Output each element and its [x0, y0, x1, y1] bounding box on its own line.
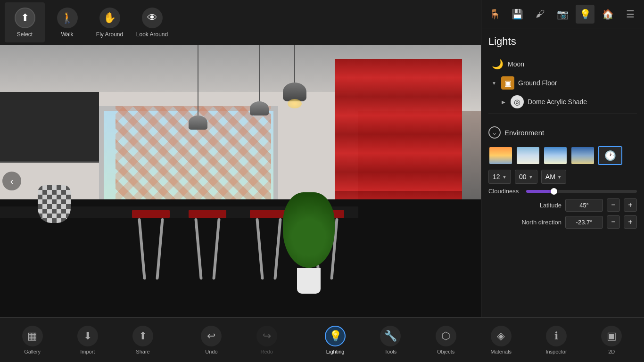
pendant-shade-1 [283, 82, 306, 101]
gallery-label: Gallery [24, 349, 41, 354]
custom-preview: 🕐 [599, 147, 621, 164]
bottom-objects-btn[interactable]: ⬡ Objects [425, 320, 467, 360]
minute-chevron: ▼ [528, 174, 533, 180]
bottom-2d-btn[interactable]: ▣ 2D [590, 320, 633, 360]
minute-select[interactable]: 00153045 [519, 173, 527, 181]
tool-look-around-label: Look Around [136, 31, 168, 38]
panel-furniture-btn[interactable]: 🪑 [486, 5, 504, 24]
inspector-label: Inspector [545, 349, 567, 354]
tool-walk[interactable]: 🚶 Walk [47, 2, 87, 42]
toolbar-divider-2 [301, 326, 301, 354]
stool-seat-3 [250, 210, 288, 218]
hour-select-wrapper[interactable]: 12123 4567 ▼ [488, 170, 511, 184]
light-item-ground-floor[interactable]: ▼ ▣ Ground Floor [488, 74, 637, 92]
panel-save-btn[interactable]: 💾 [508, 5, 527, 24]
latitude-row: Latitude 45° − + [488, 198, 637, 212]
time-controls: 12123 4567 ▼ 00153045 ▼ AMPM ▼ [488, 170, 637, 184]
morning-preview [517, 147, 539, 164]
time-preset-dawn[interactable] [488, 146, 513, 165]
cloudiness-slider[interactable] [526, 190, 637, 193]
stool-1 [132, 210, 170, 280]
minute-select-wrapper[interactable]: 00153045 ▼ [515, 170, 537, 184]
bottom-undo-btn[interactable]: ↩ Undo [190, 320, 232, 360]
pendant-wire-1 [294, 45, 295, 82]
noon-preview [544, 147, 567, 164]
objects-icon: ⬡ [436, 326, 456, 346]
bottom-tools-btn[interactable]: 🔧 Tools [369, 320, 412, 360]
redo-icon: ↪ [256, 326, 277, 346]
plant-right [283, 202, 335, 294]
north-direction-increase-btn[interactable]: + [624, 215, 637, 229]
light-item-moon[interactable]: 🌙 Moon [488, 55, 637, 74]
north-direction-value[interactable]: -23.7° [565, 216, 603, 229]
panel-paint-btn[interactable]: 🖌 [531, 5, 550, 24]
cloudiness-thumb[interactable] [551, 188, 557, 195]
kitchen-scene: ‹ [0, 45, 481, 317]
undo-label: Undo [205, 349, 217, 354]
tool-select[interactable]: ⬆ Select [5, 2, 45, 42]
panel-home-btn[interactable]: 🏠 [598, 5, 617, 24]
gallery-icon: ▦ [22, 326, 43, 346]
tool-walk-label: Walk [61, 31, 73, 38]
top-toolbar: ⬆ Select 🚶 Walk ✋ Fly Around 👁 Look Arou… [0, 0, 481, 45]
latitude-increase-btn[interactable]: + [624, 198, 637, 212]
ampm-select-wrapper[interactable]: AMPM ▼ [541, 170, 566, 184]
import-icon: ⬇ [77, 326, 98, 346]
latitude-value[interactable]: 45° [565, 199, 603, 212]
pendant-2 [189, 45, 207, 130]
viewport: ‹ [0, 45, 481, 317]
time-preset-noon[interactable] [543, 146, 568, 165]
scene-upper-cabinet [0, 92, 99, 163]
toolbar-divider-1 [177, 326, 177, 354]
moon-label: Moon [508, 60, 524, 68]
right-panel: 🪑 💾 🖌 📷 💡 🏠 ☰ Lights 🌙 Moon ▼ ▣ Ground F… [481, 0, 644, 317]
tool-fly-around[interactable]: ✋ Fly Around [90, 2, 130, 42]
moon-icon: 🌙 [491, 58, 504, 71]
panel-camera-btn[interactable]: 📷 [553, 5, 572, 24]
bottom-lighting-btn[interactable]: 💡 Lighting [314, 320, 356, 360]
pendant-shade-3 [250, 101, 269, 115]
cloudiness-label: Cloudiness [488, 188, 526, 195]
tool-look-around[interactable]: 👁 Look Around [132, 2, 172, 42]
environment-header[interactable]: ⌄ Environment [488, 123, 637, 141]
time-presets: 🕐 [488, 146, 637, 165]
2d-icon: ▣ [601, 326, 622, 346]
ground-floor-label: Ground Floor [518, 79, 557, 87]
tree-arrow-ground-floor: ▼ [491, 80, 497, 86]
bottom-inspector-btn[interactable]: ℹ Inspector [535, 320, 578, 360]
latitude-decrease-btn[interactable]: − [607, 198, 620, 212]
stool-3 [250, 210, 288, 280]
bottom-materials-btn[interactable]: ◈ Materials [480, 320, 522, 360]
ampm-select[interactable]: AMPM [545, 173, 555, 181]
pendant-light-1 [288, 99, 302, 108]
afternoon-preview [571, 147, 594, 164]
dome-icon: ◎ [511, 95, 524, 108]
walk-icon: 🚶 [57, 8, 78, 28]
time-preset-custom[interactable]: 🕐 [598, 146, 622, 165]
bottom-import-btn[interactable]: ⬇ Import [66, 320, 109, 360]
time-preset-afternoon[interactable] [570, 146, 595, 165]
pendant-1 [283, 45, 306, 108]
bottom-toolbar: ▦ Gallery ⬇ Import ⬆ Share ↩ Undo ↪ Redo… [0, 317, 644, 362]
north-direction-decrease-btn[interactable]: − [607, 215, 620, 229]
time-preset-morning[interactable] [516, 146, 540, 165]
stool-legs-2 [193, 218, 222, 280]
bottom-share-btn[interactable]: ⬆ Share [122, 320, 164, 360]
ampm-chevron: ▼ [557, 174, 562, 180]
materials-label: Materials [490, 349, 512, 354]
nav-arrow-left[interactable]: ‹ [2, 172, 21, 190]
hour-select[interactable]: 12123 4567 [493, 173, 500, 181]
cloudiness-fill [526, 190, 554, 193]
panel-light-btn[interactable]: 💡 [576, 5, 594, 24]
light-item-dome[interactable]: ▶ ◎ Dome Acrylic Shade [488, 92, 637, 111]
bottom-gallery-btn[interactable]: ▦ Gallery [11, 320, 54, 360]
fly-around-icon: ✋ [99, 8, 120, 28]
north-direction-label: North direction [488, 219, 561, 226]
cloudiness-row: Cloudiness [488, 188, 637, 195]
panel-list-btn[interactable]: ☰ [621, 5, 640, 24]
stool-legs-1 [137, 218, 165, 280]
bottom-redo-btn[interactable]: ↪ Redo [246, 320, 288, 360]
stool-seat-2 [189, 210, 226, 218]
undo-icon: ↩ [201, 326, 222, 346]
pendant-wire-3 [259, 45, 260, 101]
